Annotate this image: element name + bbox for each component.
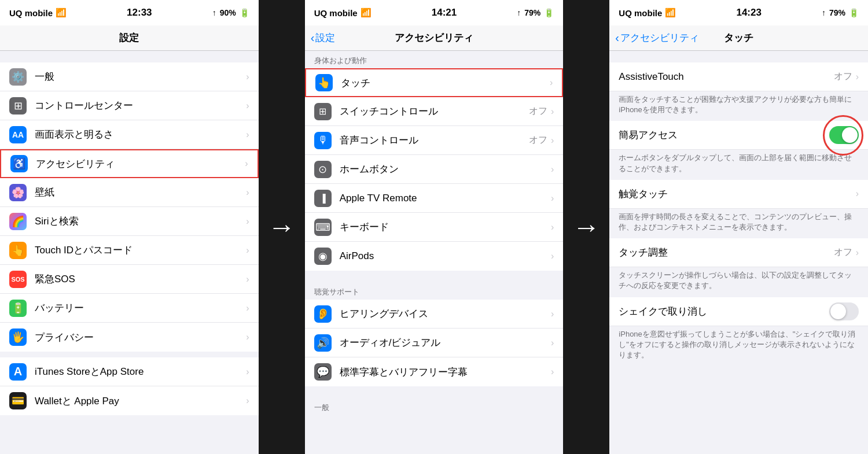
battery-icon: 🔋 xyxy=(9,300,27,317)
itunes-icon: A xyxy=(9,363,27,381)
settings-item-subtitles[interactable]: 💬 標準字幕とバリアフリー字幕 › xyxy=(305,357,564,386)
chevron-general: › xyxy=(246,72,249,82)
settings-list-1: ⚙️ 一般 › ⊞ コントロールセンター › AA 画面表示と明るさ › ♿ ア… xyxy=(0,62,259,352)
sos-icon: SOS xyxy=(9,271,27,288)
chevron-accessibility: › xyxy=(245,158,248,169)
appletv-icon: ▐ xyxy=(314,190,332,207)
hearing-label: ヒアリングデバイス xyxy=(340,307,551,320)
status-right-3: ↑ 79% 🔋 xyxy=(822,8,859,17)
shake-undo-desc: iPhoneを意図せず振ってしまうことが多い場合は、"シェイクで取り消し"をオフ… xyxy=(609,326,868,367)
chevron-display: › xyxy=(246,130,249,140)
back-button-3[interactable]: ‹ アクセシビリティ xyxy=(615,31,699,45)
assistive-touch-row[interactable]: AssistiveTouch オフ › xyxy=(609,62,868,91)
settings-item-airpods[interactable]: ◉ AirPods › xyxy=(305,242,564,271)
settings-item-wallpaper[interactable]: 🌸 壁紙 › xyxy=(0,178,259,207)
settings-item-sos[interactable]: SOS 緊急SOS › xyxy=(0,265,259,294)
settings-item-privacy[interactable]: 🖐 プライバシー › xyxy=(0,323,259,352)
battery-icon-2: 🔋 xyxy=(544,8,554,17)
settings-item-itunes[interactable]: A iTunes StoreとApp Store › xyxy=(0,357,259,386)
settings-item-appletv[interactable]: ▐ Apple TV Remote › xyxy=(305,184,564,213)
chevron-sub: › xyxy=(551,367,554,377)
touch-label: タッチ xyxy=(341,76,550,90)
touch-adjust-row[interactable]: タッチ調整 オフ › xyxy=(609,238,868,267)
wallpaper-label: 壁紙 xyxy=(35,186,246,199)
settings-item-hearing-devices[interactable]: 👂 ヒアリングデバイス › xyxy=(305,300,564,328)
toggle-knob-shake xyxy=(830,304,846,319)
nav-bar-3: ‹ アクセシビリティ タッチ xyxy=(609,25,868,51)
accessibility-scroll[interactable]: 身体および動作 👆 タッチ › ⊞ スイッチコントロール オフ › 🎙 音声コン… xyxy=(305,51,564,454)
haptic-touch-label: 触覚タッチ xyxy=(619,187,855,201)
time-2: 14:21 xyxy=(432,7,457,19)
status-right-1: ↑ 90% 🔋 xyxy=(212,8,249,17)
settings-item-accessibility[interactable]: ♿ アクセシビリティ › xyxy=(0,149,259,178)
shake-undo-row[interactable]: シェイクで取り消し xyxy=(609,297,868,326)
chevron-av: › xyxy=(551,338,554,348)
home-button-label: ホームボタン xyxy=(340,163,551,176)
haptic-touch-row[interactable]: 触覚タッチ › xyxy=(609,180,868,209)
location-icon-3: ↑ xyxy=(822,8,826,17)
panel-accessibility: UQ mobile 📶 14:21 ↑ 79% 🔋 ‹ 設定 アクセシビリティ … xyxy=(305,0,564,454)
haptic-touch-desc: 画面を押す時間の長さを変えることで、コンテンツのプレビュー、操作、およびコンテキ… xyxy=(609,209,868,238)
voice-control-value: オフ xyxy=(529,134,547,146)
battery-2: 79% xyxy=(524,8,540,17)
easy-access-toggle[interactable] xyxy=(829,126,859,144)
chevron-wallpaper: › xyxy=(246,187,249,198)
display-icon: AA xyxy=(9,126,27,143)
touch-adjust-label: タッチ調整 xyxy=(619,246,833,259)
control-center-label: コントロールセンター xyxy=(35,99,246,112)
settings-item-audio-visual[interactable]: 🔊 オーディオ/ビジュアル › xyxy=(305,328,564,357)
touch-scroll[interactable]: AssistiveTouch オフ › 画面をタッチすることが困難な方や支援アク… xyxy=(609,51,868,454)
section-header-body: 身体および動作 xyxy=(305,51,564,68)
haptic-touch-group: 触覚タッチ › xyxy=(609,180,868,209)
shake-undo-toggle[interactable] xyxy=(829,302,859,320)
status-bar-3: UQ mobile 📶 14:23 ↑ 79% 🔋 xyxy=(609,0,868,25)
location-icon-2: ↑ xyxy=(517,8,521,17)
settings-item-wallet[interactable]: 💳 Walletと Apple Pay › xyxy=(0,386,259,415)
status-bar-1: UQ mobile 📶 12:33 ↑ 90% 🔋 xyxy=(0,0,259,25)
back-chevron-2: ‹ xyxy=(311,31,315,45)
settings-item-switch-control[interactable]: ⊞ スイッチコントロール オフ › xyxy=(305,97,564,126)
assistive-touch-desc: 画面をタッチすることが困難な方や支援アクサリが必要な方も簡単にiPhoneを使用… xyxy=(609,91,868,121)
wifi-icon-1: 📶 xyxy=(56,8,67,18)
easy-access-row[interactable]: 簡易アクセス xyxy=(609,121,868,150)
sos-label: 緊急SOS xyxy=(35,272,246,286)
section-header-general: 一般 xyxy=(305,398,564,415)
settings-item-home-button[interactable]: ⊙ ホームボタン › xyxy=(305,155,564,184)
settings-item-touchid[interactable]: 👆 Touch IDとパスコード › xyxy=(0,236,259,265)
toggle-knob-easy-access xyxy=(842,127,858,143)
arrow-2: → xyxy=(563,0,609,454)
display-label: 画面表示と明るさ xyxy=(35,128,246,141)
chevron-ta: › xyxy=(856,248,859,258)
easy-access-group: 簡易アクセス xyxy=(609,121,868,150)
back-button-2[interactable]: ‹ 設定 xyxy=(311,31,336,45)
itunes-label: iTunes StoreとApp Store xyxy=(35,365,246,378)
chevron-sos: › xyxy=(246,274,249,285)
chevron-touchid: › xyxy=(246,245,249,256)
arrow-icon-1: → xyxy=(268,211,296,243)
settings-item-voice-control[interactable]: 🎙 音声コントロール オフ › xyxy=(305,126,564,155)
status-left-2: UQ mobile 📶 xyxy=(314,8,372,18)
keyboard-label: キーボード xyxy=(340,220,551,234)
settings-item-touch[interactable]: 👆 タッチ › xyxy=(305,68,564,97)
settings-item-control-center[interactable]: ⊞ コントロールセンター › xyxy=(0,91,259,120)
audio-visual-label: オーディオ/ビジュアル xyxy=(340,336,551,349)
siri-icon: 🌈 xyxy=(9,213,27,230)
subtitles-icon: 💬 xyxy=(314,363,332,381)
time-3: 14:23 xyxy=(736,7,761,19)
settings-item-display[interactable]: AA 画面表示と明るさ › xyxy=(0,120,259,149)
settings-item-siri[interactable]: 🌈 Siriと検索 › xyxy=(0,207,259,236)
settings-scroll-1[interactable]: ⚙️ 一般 › ⊞ コントロールセンター › AA 画面表示と明るさ › ♿ ア… xyxy=(0,62,259,454)
settings-item-battery[interactable]: 🔋 バッテリー › xyxy=(0,294,259,323)
shake-undo-group: シェイクで取り消し xyxy=(609,297,868,326)
general-label: 一般 xyxy=(35,70,246,83)
settings-item-keyboard[interactable]: ⌨ キーボード › xyxy=(305,213,564,242)
carrier-2: UQ mobile xyxy=(314,8,358,18)
assistive-touch-value: オフ xyxy=(834,71,852,83)
privacy-label: プライバシー xyxy=(35,331,246,344)
control-center-icon: ⊞ xyxy=(9,97,27,115)
chevron-atv: › xyxy=(551,193,554,204)
settings-item-general[interactable]: ⚙️ 一般 › xyxy=(0,62,259,91)
easy-access-label: 簡易アクセス xyxy=(619,128,829,142)
page-title-1: 設定 xyxy=(119,31,139,45)
carrier-1: UQ mobile xyxy=(9,8,53,18)
